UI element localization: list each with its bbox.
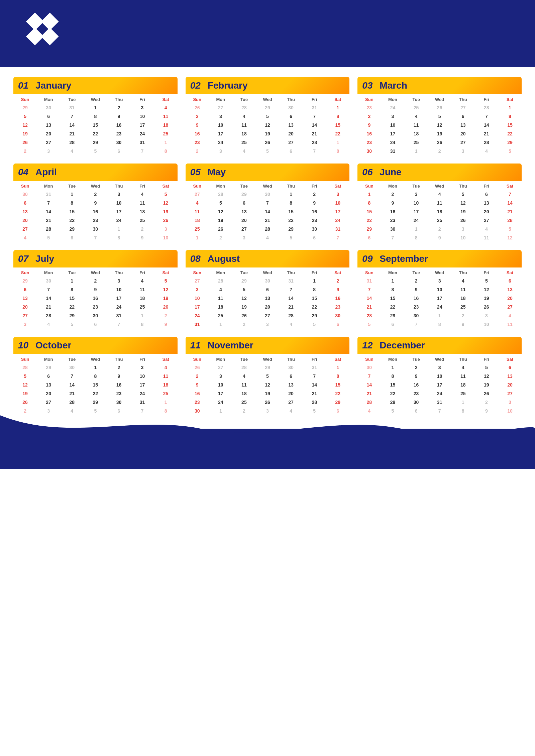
calendar-day: 10 <box>498 407 522 415</box>
day-header-mon: Mon <box>209 355 232 363</box>
calendar-day: 8 <box>405 233 428 242</box>
calendar-day: 2 <box>209 233 232 242</box>
month-april: 04AprilSunMonTueWedThuFriSat303112345678… <box>13 164 178 242</box>
calendar-day: 12 <box>154 199 178 207</box>
day-header-fri: Fri <box>130 96 154 103</box>
calendar-day: 12 <box>209 207 232 216</box>
calendar-day: 9 <box>107 112 130 121</box>
calendar-day: 23 <box>84 216 107 225</box>
calendar-day: 8 <box>60 199 84 207</box>
day-header-sun: Sun <box>13 269 37 277</box>
day-header-sun: Sun <box>357 96 381 103</box>
day-header-wed: Wed <box>428 269 451 277</box>
calendar-day: 5 <box>84 147 107 155</box>
calendar-day: 30 <box>303 225 326 233</box>
calendar-day: 4 <box>256 233 279 242</box>
calendar-day: 25 <box>130 303 154 311</box>
calendar-day: 31 <box>279 277 303 285</box>
month-march: 03MarchSunMonTueWedThuFriSat232425262728… <box>357 77 522 155</box>
day-header-thu: Thu <box>107 355 130 363</box>
calendar-day: 9 <box>405 285 428 294</box>
calendar-day: 7 <box>357 285 381 294</box>
calendar-day: 25 <box>232 138 256 147</box>
calendar-day: 22 <box>498 129 522 138</box>
calendar-day: 17 <box>428 294 451 303</box>
calendar-day: 6 <box>107 407 130 415</box>
month-name: March <box>380 80 407 91</box>
calendar-day: 1 <box>130 311 154 320</box>
month-number: 10 <box>18 340 31 351</box>
day-header-tue: Tue <box>405 355 428 363</box>
month-number: 05 <box>190 167 204 178</box>
calendar-day: 8 <box>357 199 381 207</box>
calendar-day: 20 <box>256 303 279 311</box>
calendar-day: 14 <box>37 294 60 303</box>
calendar-day: 9 <box>303 199 326 207</box>
calendar-day: 2 <box>13 147 37 155</box>
calendar-day: 1 <box>405 147 428 155</box>
calendar-day: 26 <box>154 216 178 225</box>
calendar-day: 11 <box>498 320 522 329</box>
calendar-day: 3 <box>130 363 154 372</box>
calendar-day: 24 <box>130 389 154 398</box>
month-name: July <box>35 253 54 264</box>
calendar-day: 16 <box>405 381 428 389</box>
calendar-day: 14 <box>60 121 84 129</box>
calendar-day: 20 <box>13 216 37 225</box>
calendar-day: 28 <box>37 311 60 320</box>
calendar-day: 8 <box>498 112 522 121</box>
calendar-day: 4 <box>60 147 84 155</box>
calendar-day: 12 <box>428 121 451 129</box>
day-header-wed: Wed <box>256 269 279 277</box>
day-header-thu: Thu <box>279 355 303 363</box>
calendar-day: 28 <box>475 138 498 147</box>
calendar-day: 8 <box>326 147 349 155</box>
calendar-day: 15 <box>381 381 404 389</box>
calendar-day: 3 <box>37 147 60 155</box>
day-header-wed: Wed <box>428 355 451 363</box>
calendar-day: 28 <box>357 311 381 320</box>
day-header-fri: Fri <box>475 182 498 190</box>
calendar-day: 16 <box>381 207 404 216</box>
calendar-day: 4 <box>405 112 428 121</box>
day-header-thu: Thu <box>451 96 475 103</box>
calendar-day: 30 <box>60 363 84 372</box>
calendar-day: 27 <box>209 103 232 112</box>
calendar-day: 6 <box>498 363 522 372</box>
calendar-day: 26 <box>256 138 279 147</box>
calendar-day: 3 <box>107 277 130 285</box>
calendar-day: 24 <box>326 216 349 225</box>
month-header-9: 09September <box>357 250 522 267</box>
calendar-day: 4 <box>475 225 498 233</box>
calendar-day: 18 <box>186 216 209 225</box>
calendar-day: 28 <box>232 103 256 112</box>
calendar-day: 31 <box>428 398 451 407</box>
month-name: November <box>208 340 253 351</box>
calendar-day: 5 <box>232 285 256 294</box>
calendar-day: 3 <box>475 311 498 320</box>
page-header <box>0 0 535 67</box>
month-table-6: SunMonTueWedThuFriSat1234567891011121314… <box>357 182 522 242</box>
calendar-day: 29 <box>303 311 326 320</box>
calendar-day: 20 <box>37 129 60 138</box>
day-header-fri: Fri <box>130 182 154 190</box>
calendar-day: 24 <box>428 389 451 398</box>
calendar-day: 27 <box>37 398 60 407</box>
calendar-day: 21 <box>60 389 84 398</box>
day-header-thu: Thu <box>451 269 475 277</box>
day-header-fri: Fri <box>303 269 326 277</box>
calendar-day: 4 <box>232 112 256 121</box>
calendar-day: 1 <box>186 233 209 242</box>
calendar-day: 7 <box>303 372 326 381</box>
day-header-wed: Wed <box>84 96 107 103</box>
calendar-day: 16 <box>186 129 209 138</box>
calendar-day: 6 <box>475 190 498 199</box>
calendar-day: 13 <box>279 381 303 389</box>
month-name: August <box>208 253 240 264</box>
calendar-day: 27 <box>498 389 522 398</box>
day-header-thu: Thu <box>107 96 130 103</box>
month-header-8: 08August <box>186 250 350 267</box>
calendar-day: 11 <box>130 285 154 294</box>
calendar-day: 3 <box>405 190 428 199</box>
day-header-wed: Wed <box>256 96 279 103</box>
